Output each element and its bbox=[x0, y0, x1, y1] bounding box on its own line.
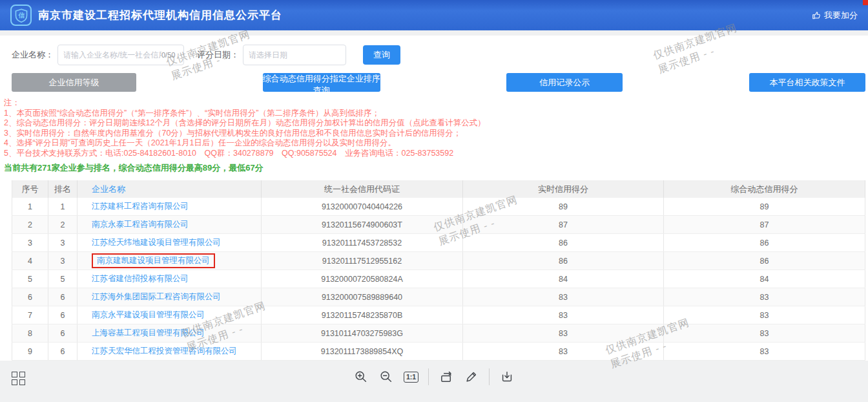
cell-composite-score: 83 bbox=[664, 306, 865, 324]
credit-records-button[interactable]: 信用记录公示 bbox=[506, 73, 623, 92]
company-name-link[interactable]: 江苏海外集团国际工程咨询有限公司 bbox=[78, 288, 262, 306]
cell-credit-code: 913201117453728532 bbox=[262, 234, 463, 251]
cell-composite-score: 86 bbox=[664, 252, 865, 270]
cell-composite-score: 86 bbox=[664, 234, 865, 251]
cell-realtime-score: 83 bbox=[463, 343, 664, 360]
note-line-1: 1、本页面按照“综合动态信用得分”（“第一排序条件”）、“实时信用得分”（第二排… bbox=[4, 109, 868, 119]
table-row: 1 1 江苏建科工程咨询有限公司 913200007040404226 89 8… bbox=[12, 198, 865, 216]
table-row: 9 6 江苏天宏华信工程投资管理咨询有限公司 9132011173889854X… bbox=[12, 343, 865, 361]
ranking-table: 序号 排名 企业名称 统一社会信用代码证 实时信用得分 综合动态信用得分 1 1… bbox=[12, 180, 865, 379]
table-body: 1 1 江苏建科工程咨询有限公司 913200007040404226 89 8… bbox=[12, 198, 865, 379]
policy-files-button[interactable]: 本平台相关政策文件 bbox=[749, 73, 865, 92]
cell-seq: 2 bbox=[12, 216, 48, 233]
table-row: 7 6 南京永平建设项目管理有限公司 91320115748235870B 83… bbox=[12, 306, 865, 324]
header-realtime: 实时信用得分 bbox=[463, 180, 664, 198]
logo-char: 信 bbox=[17, 12, 25, 19]
char-counter: 0/50 bbox=[161, 51, 175, 59]
cell-realtime-score: 87 bbox=[463, 216, 664, 233]
cell-realtime-score: 86 bbox=[463, 234, 664, 251]
company-name-link[interactable]: 江苏建科工程咨询有限公司 bbox=[78, 198, 262, 215]
toolbar-divider bbox=[428, 368, 429, 385]
cell-rank: 3 bbox=[48, 234, 78, 251]
company-name-link[interactable]: 上海容基工程项目管理有限公司 bbox=[78, 324, 262, 342]
cell-seq: 6 bbox=[12, 288, 48, 306]
search-form: 企业名称： 0/50 评分日期： 查询 bbox=[0, 36, 868, 65]
cell-credit-code: 913200007589889640 bbox=[262, 288, 463, 306]
score-date-input[interactable] bbox=[249, 46, 339, 64]
zoom-in-icon[interactable] bbox=[353, 369, 369, 385]
query-button[interactable]: 查询 bbox=[363, 45, 400, 65]
cell-rank: 1 bbox=[48, 198, 78, 215]
cell-seq: 9 bbox=[12, 343, 48, 360]
score-date-label: 评分日期： bbox=[197, 49, 239, 61]
header-code: 统一社会信用代码证 bbox=[262, 180, 463, 198]
company-name-link[interactable]: 南京永平建设项目管理有限公司 bbox=[78, 306, 262, 324]
cell-composite-score: 83 bbox=[664, 324, 865, 342]
cell-seq: 1 bbox=[12, 198, 48, 215]
ranking-summary: 当前共有271家企业参与排名，综合动态信用得分最高89分，最低67分 bbox=[0, 158, 868, 174]
cell-credit-code: 913200007040404226 bbox=[262, 198, 463, 215]
bottom-bar: 1:1 bbox=[0, 361, 868, 402]
cell-rank: 3 bbox=[48, 252, 78, 270]
cell-seq: 5 bbox=[12, 270, 48, 288]
cell-rank: 2 bbox=[48, 216, 78, 233]
table-row: 3 3 江苏经天纬地建设项目管理有限公司 913201117453728532 … bbox=[12, 234, 865, 252]
cell-credit-code: 91320000720580824A bbox=[262, 270, 463, 288]
cell-realtime-score: 83 bbox=[463, 306, 664, 324]
cell-credit-code: 91320115674900603T bbox=[262, 216, 463, 233]
add-score-label: 我要加分 bbox=[824, 10, 858, 21]
add-score-button[interactable]: 我要加分 bbox=[812, 10, 858, 21]
cell-seq: 3 bbox=[12, 234, 48, 251]
cell-rank: 6 bbox=[48, 324, 78, 342]
note-line-5: 5、平台技术支持联系方式：电话:025-84182601-8010 QQ群：34… bbox=[4, 149, 868, 159]
rank-query-button[interactable]: 综合动态信用得分指定企业排序查询 bbox=[263, 73, 380, 92]
cell-realtime-score: 84 bbox=[463, 270, 664, 288]
table-row: 4 3 南京建凯建设项目管理有限公司 913201117512955162 86… bbox=[12, 252, 865, 270]
note-line-4: 4、选择“评分日期”可查询历史上任一天（2021年1月1日后）任一企业的综合动态… bbox=[4, 138, 868, 149]
cell-credit-code: 9132011173889854XQ bbox=[262, 343, 463, 360]
shield-icon: 信 bbox=[13, 7, 30, 24]
company-name-input-wrap: 0/50 bbox=[57, 45, 184, 65]
cell-composite-score: 87 bbox=[664, 216, 865, 233]
cell-seq: 7 bbox=[12, 306, 48, 324]
cell-credit-code: 91320115748235870B bbox=[262, 306, 463, 324]
table-row: 8 6 上海容基工程项目管理有限公司 91310114703275983G 83… bbox=[12, 324, 865, 343]
cell-rank: 6 bbox=[48, 306, 78, 324]
cell-realtime-score: 83 bbox=[463, 288, 664, 306]
download-icon[interactable] bbox=[499, 369, 515, 385]
company-name-link[interactable]: 南京永泰工程咨询有限公司 bbox=[78, 216, 262, 233]
notes-title: 注： bbox=[4, 98, 868, 109]
rotate-icon[interactable] bbox=[439, 369, 454, 385]
notes-block: 注： 1、本页面按照“综合动态信用得分”（“第一排序条件”）、“实时信用得分”（… bbox=[0, 92, 868, 158]
edit-pencil-icon[interactable] bbox=[464, 369, 479, 385]
page-title: 南京市建设工程招标代理机构信用信息公示平台 bbox=[38, 8, 282, 23]
header-composite: 综合动态信用得分 bbox=[664, 180, 865, 198]
score-date-input-wrap bbox=[243, 45, 346, 65]
cell-credit-code: 913201117512955162 bbox=[262, 252, 463, 270]
company-name-input[interactable] bbox=[63, 46, 161, 64]
company-name-link[interactable]: 江苏天宏华信工程投资管理咨询有限公司 bbox=[78, 343, 262, 360]
cell-composite-score: 83 bbox=[664, 288, 865, 306]
company-name-link[interactable]: 江苏经天纬地建设项目管理有限公司 bbox=[78, 234, 262, 251]
action-buttons-row: 企业信用等级 综合动态信用得分指定企业排序查询 信用记录公示 本平台相关政策文件 bbox=[0, 65, 868, 92]
header-seq: 序号 bbox=[12, 180, 48, 198]
content-panel: 企业名称： 0/50 评分日期： 查询 企业信用等级 综合动态信用得分指定企业排… bbox=[0, 36, 868, 361]
company-name-link[interactable]: 南京建凯建设项目管理有限公司 bbox=[78, 252, 262, 270]
company-name-link[interactable]: 江苏省建信招投标有限公司 bbox=[78, 270, 262, 288]
cell-rank: 6 bbox=[48, 343, 78, 360]
credit-level-button[interactable]: 企业信用等级 bbox=[12, 73, 136, 92]
cell-seq: 4 bbox=[12, 252, 48, 270]
actual-size-icon[interactable]: 1:1 bbox=[404, 372, 418, 383]
note-line-3: 3、实时信用得分：自然年度内信用基准分（70分）与招标代理机构发生的良好信用信息… bbox=[4, 129, 868, 139]
cell-credit-code: 91310114703275983G bbox=[262, 324, 463, 342]
cell-realtime-score: 86 bbox=[463, 252, 664, 270]
image-toolbar: 1:1 bbox=[0, 368, 868, 385]
cell-composite-score: 83 bbox=[664, 343, 865, 360]
zoom-out-icon[interactable] bbox=[378, 369, 394, 385]
cell-seq: 8 bbox=[12, 324, 48, 342]
header-rank: 排名 bbox=[48, 180, 78, 198]
cell-composite-score: 84 bbox=[664, 270, 865, 288]
note-line-2: 2、综合动态信用得分：评分日期前连续12个月（含选择的评分日期所在月）动态信用得… bbox=[4, 118, 868, 129]
cell-realtime-score: 83 bbox=[463, 324, 664, 342]
toolbar-divider bbox=[489, 368, 490, 385]
